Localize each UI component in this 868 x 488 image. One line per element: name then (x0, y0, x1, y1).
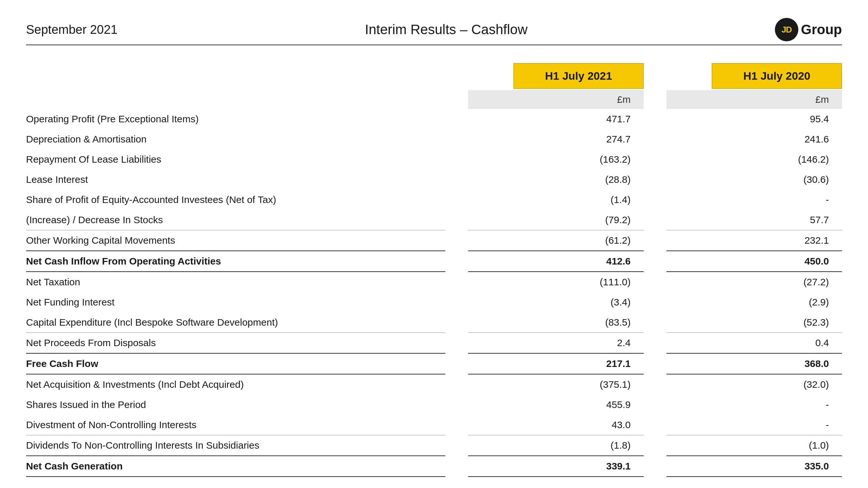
row-value-2: 450.0 (666, 251, 842, 272)
table-row: Net Cash Inflow From Operating Activitie… (26, 251, 842, 272)
table-row: Shares Issued in the Period 455.9 - (26, 395, 842, 415)
header-title: Interim Results – Cashflow (365, 22, 528, 37)
row-value-1: 412.6 (468, 251, 644, 272)
table-row: Repayment Of Lease Liabilities (163.2) (… (26, 149, 842, 169)
row-value-1: (28.8) (468, 169, 644, 190)
logo-name: Group (801, 22, 842, 37)
main-content: H1 July 2021 H1 July 2020 £m £m Opera (26, 63, 842, 477)
row-value-1: 339.1 (468, 456, 644, 477)
row-value-2: (32.0) (666, 374, 842, 395)
col1-header-box: H1 July 2021 (514, 63, 644, 89)
row-value-2: (146.2) (666, 149, 842, 169)
row-value-2: (1.0) (666, 435, 842, 456)
row-value-2: 232.1 (666, 230, 842, 251)
col1-currency: £m (468, 90, 644, 109)
row-value-1: 217.1 (468, 353, 644, 374)
col1-header-cell: H1 July 2021 (468, 63, 644, 90)
row-label: Shares Issued in the Period (26, 395, 445, 415)
row-value-1: (375.1) (468, 374, 644, 395)
table-row: (Increase) / Decrease In Stocks (79.2) 5… (26, 210, 842, 230)
header-logo: JD Group (775, 18, 842, 41)
row-value-1: (163.2) (468, 149, 644, 169)
table-row: Net Cash Generation 339.1 335.0 (26, 456, 842, 477)
table-row: Free Cash Flow 217.1 368.0 (26, 353, 842, 374)
row-value-1: 455.9 (468, 395, 644, 415)
row-value-1: (3.4) (468, 292, 644, 312)
row-label: Dividends To Non-Controlling Interests I… (26, 435, 445, 456)
row-label: Lease Interest (26, 169, 445, 190)
col2-header-cell: H1 July 2020 (666, 63, 842, 90)
row-value-1: (1.8) (468, 435, 644, 456)
row-value-2: - (666, 415, 842, 435)
row-value-2: 95.4 (666, 109, 842, 129)
row-label: Repayment Of Lease Liabilities (26, 149, 445, 169)
col2-header-box: H1 July 2020 (712, 63, 842, 89)
row-label: Divestment of Non-Controlling Interests (26, 415, 445, 435)
column-header-row: H1 July 2021 H1 July 2020 (26, 63, 842, 90)
row-label: Net Funding Interest (26, 292, 445, 312)
row-value-1: 43.0 (468, 415, 644, 435)
table-row: Divestment of Non-Controlling Interests … (26, 415, 842, 435)
page-container: September 2021 Interim Results – Cashflo… (0, 0, 868, 488)
row-value-2: - (666, 395, 842, 415)
row-value-1: 2.4 (468, 333, 644, 354)
row-value-1: (79.2) (468, 210, 644, 230)
table-row: Net Proceeds From Disposals 2.4 0.4 (26, 333, 842, 354)
table-row: Lease Interest (28.8) (30.6) (26, 169, 842, 190)
row-value-2: (27.2) (666, 272, 842, 292)
row-label: Operating Profit (Pre Exceptional Items) (26, 109, 445, 129)
table-row: Operating Profit (Pre Exceptional Items)… (26, 109, 842, 129)
row-value-2: (52.3) (666, 312, 842, 333)
row-value-1: (61.2) (468, 230, 644, 251)
table-row: Net Acquisition & Investments (Incl Debt… (26, 374, 842, 395)
row-value-1: 274.7 (468, 129, 644, 149)
row-value-1: 471.7 (468, 109, 644, 129)
row-value-2: 335.0 (666, 456, 842, 477)
row-label: Capital Expenditure (Incl Bespoke Softwa… (26, 312, 445, 333)
table-row: Net Taxation (111.0) (27.2) (26, 272, 842, 292)
row-label: Net Taxation (26, 272, 445, 292)
logo-circle: JD (775, 18, 798, 41)
label-header-cell (26, 63, 445, 90)
row-label: (Increase) / Decrease In Stocks (26, 210, 445, 230)
table-row: Depreciation & Amortisation 274.7 241.6 (26, 129, 842, 149)
row-value-2: 57.7 (666, 210, 842, 230)
row-value-1: (1.4) (468, 190, 644, 210)
subheader-row: £m £m (26, 90, 842, 109)
cashflow-table: H1 July 2021 H1 July 2020 £m £m Opera (26, 63, 842, 477)
col2-currency: £m (666, 90, 842, 109)
row-label: Net Cash Inflow From Operating Activitie… (26, 251, 445, 272)
row-value-1: (83.5) (468, 312, 644, 333)
row-value-2: 368.0 (666, 353, 842, 374)
row-value-2: - (666, 190, 842, 210)
table-row: Share of Profit of Equity-Accounted Inve… (26, 190, 842, 210)
row-label: Free Cash Flow (26, 353, 445, 374)
row-label: Other Working Capital Movements (26, 230, 445, 251)
row-label: Share of Profit of Equity-Accounted Inve… (26, 190, 445, 210)
row-value-2: (30.6) (666, 169, 842, 190)
header-divider (26, 44, 842, 45)
header-date: September 2021 (26, 23, 118, 37)
header: September 2021 Interim Results – Cashflo… (26, 18, 842, 41)
table-row: Capital Expenditure (Incl Bespoke Softwa… (26, 312, 842, 333)
row-value-2: 0.4 (666, 333, 842, 354)
row-label: Depreciation & Amortisation (26, 129, 445, 149)
row-value-2: 241.6 (666, 129, 842, 149)
row-value-2: (2.9) (666, 292, 842, 312)
logo-initials: JD (781, 25, 792, 35)
table-row: Dividends To Non-Controlling Interests I… (26, 435, 842, 456)
table-row: Net Funding Interest (3.4) (2.9) (26, 292, 842, 312)
row-label: Net Acquisition & Investments (Incl Debt… (26, 374, 445, 395)
table-row: Other Working Capital Movements (61.2) 2… (26, 230, 842, 251)
row-label: Net Cash Generation (26, 456, 445, 477)
row-value-1: (111.0) (468, 272, 644, 292)
row-label: Net Proceeds From Disposals (26, 333, 445, 354)
